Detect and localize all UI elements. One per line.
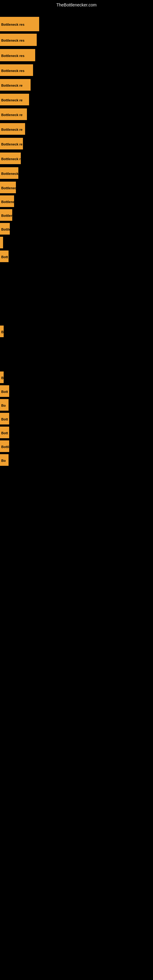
site-title: TheBottlenecker.com [56,2,97,7]
bar-item-15 [0,237,3,248]
bar-item-0: Bottleneck res [0,17,39,31]
bar-item-22: Bott [0,426,9,438]
bar-item-12: Bottleneck [0,196,14,207]
bar-item-13: Bottleneck [0,209,12,221]
bar-item-2: Bottleneck res [0,49,35,61]
bar-item-14: Bottle [0,223,10,235]
bar-item-3: Bottleneck res [0,64,33,76]
bar-item-7: Bottleneck re [0,123,25,135]
bar-item-9: Bottleneck re [0,153,21,164]
bar-item-18: B [0,371,4,383]
bar-item-21: Bott [0,413,9,425]
bar-item-17: B [0,326,4,337]
bar-item-8: Bottleneck re [0,138,23,150]
bar-item-4: Bottleneck re [0,79,30,91]
bar-item-20: Bo [0,399,9,411]
bar-item-16: Bott [0,250,9,262]
bar-item-23: Bottle [0,441,9,452]
bar-item-11: Bottleneck [0,181,16,193]
bar-item-6: Bottleneck re [0,108,27,120]
bar-item-19: Bott [0,385,9,397]
bar-item-10: Bottleneck r [0,167,18,179]
bar-item-5: Bottleneck re [0,94,29,105]
bar-item-1: Bottleneck res [0,34,37,46]
bar-item-24: Bo [0,454,9,466]
